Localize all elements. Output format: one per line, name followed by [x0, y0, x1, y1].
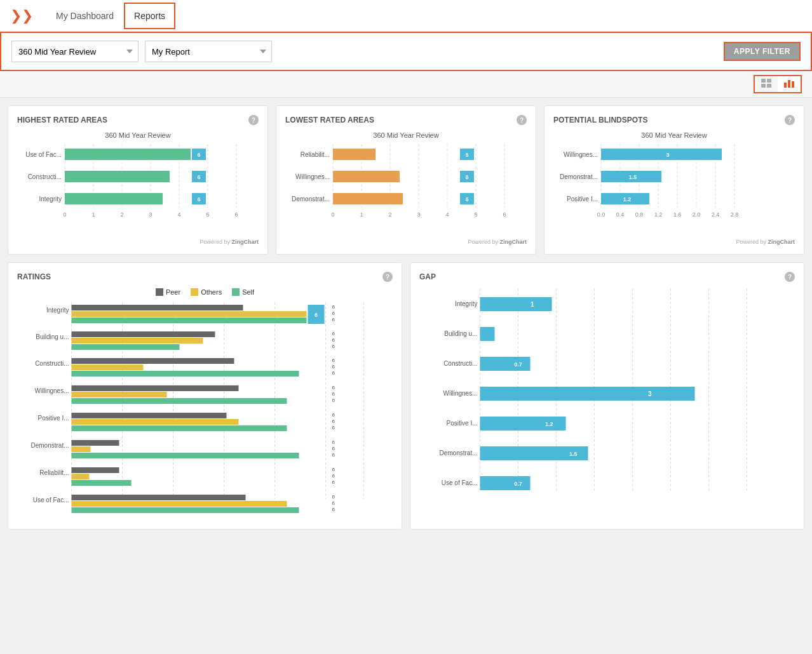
svg-rect-5 [788, 80, 790, 88]
svg-rect-110 [72, 364, 144, 370]
highest-rated-powered-by: Powered by ZingChart [17, 239, 259, 245]
legend-peer: Peer [156, 288, 180, 296]
svg-text:1.2: 1.2 [623, 196, 632, 203]
apply-filter-button[interactable]: APPLY FILTER [724, 42, 801, 61]
gap-svg: Integrity 1 Building u... 0.2 Constructi… [419, 288, 795, 504]
svg-text:6: 6 [332, 467, 335, 472]
svg-text:3: 3 [149, 211, 152, 218]
svg-text:6: 6 [332, 418, 335, 424]
svg-rect-68 [601, 149, 722, 160]
svg-rect-23 [65, 193, 163, 204]
svg-text:6: 6 [332, 337, 335, 343]
svg-text:6: 6 [465, 152, 468, 158]
svg-text:Use of Fac...: Use of Fac... [442, 479, 478, 486]
svg-text:6: 6 [503, 211, 506, 218]
gap-title: GAP ? [419, 272, 795, 282]
svg-text:1.5: 1.5 [629, 174, 637, 180]
svg-text:6: 6 [332, 412, 335, 418]
gap-help[interactable]: ? [785, 272, 795, 282]
nav-item-reports[interactable]: Reports [124, 3, 175, 29]
blindspots-svg: Willingnes... 3 Demonstrat... 1.5 Positi… [553, 144, 795, 220]
svg-text:Demonstrat...: Demonstrat... [439, 450, 477, 457]
logo-icon[interactable]: ❯❯ [10, 8, 33, 24]
svg-rect-19 [65, 171, 170, 182]
svg-rect-118 [72, 398, 287, 404]
lowest-rated-help[interactable]: ? [517, 115, 527, 125]
svg-rect-146 [72, 507, 299, 513]
highest-rated-chart: Use of Fac... 6 Constructi... 6 Integrit… [17, 144, 259, 237]
blindspots-help[interactable]: ? [785, 115, 795, 125]
svg-text:6: 6 [332, 479, 335, 485]
svg-text:6: 6 [332, 439, 335, 445]
svg-text:6: 6 [332, 385, 335, 390]
legend-others: Others [191, 288, 222, 296]
svg-text:2: 2 [388, 211, 391, 218]
svg-text:4: 4 [177, 211, 180, 218]
svg-text:0.0: 0.0 [597, 211, 606, 218]
legend-self: Self [232, 288, 254, 296]
ratings-svg: Integrity 6 6 6 6 6 Building u... 6 6 6 [17, 302, 393, 518]
svg-text:2.4: 2.4 [712, 211, 720, 218]
filter-bar: 360 Mid Year Review My Report APPLY FILT… [0, 32, 812, 71]
svg-text:Building u...: Building u... [444, 330, 477, 337]
peer-legend-color [156, 288, 163, 296]
ratings-help[interactable]: ? [382, 272, 393, 282]
svg-rect-0 [761, 79, 766, 83]
svg-text:Reliabilit...: Reliabilit... [39, 469, 69, 476]
highest-rated-help[interactable]: ? [248, 115, 259, 125]
svg-text:6: 6 [465, 174, 468, 180]
svg-rect-45 [333, 171, 400, 182]
blindspots-title: POTENTIAL BLINDSPOTS ? [553, 115, 795, 125]
highest-rated-title: HIGHEST RATED AREAS ? [17, 115, 259, 125]
blindspots-panel: POTENTIAL BLINDSPOTS ? 360 Mid Year Revi… [544, 105, 804, 255]
svg-text:6: 6 [332, 370, 335, 376]
svg-text:Positive I...: Positive I... [38, 415, 69, 422]
svg-text:0.7: 0.7 [514, 361, 522, 368]
svg-text:0.8: 0.8 [635, 211, 644, 218]
svg-rect-145 [72, 501, 287, 507]
svg-text:Use of Fac...: Use of Fac... [33, 497, 69, 504]
highest-rated-subtitle: 360 Mid Year Review [17, 131, 259, 139]
lowest-rated-chart: Reliabilit... 6 Willingnes... 6 Demonstr… [285, 144, 527, 237]
svg-text:6: 6 [332, 317, 335, 323]
lowest-rated-svg: Reliabilit... 6 Willingnes... 6 Demonstr… [285, 144, 527, 220]
svg-text:3: 3 [666, 152, 669, 158]
table-icon [761, 79, 771, 88]
svg-text:6: 6 [197, 174, 200, 180]
svg-text:Constructi...: Constructi... [35, 360, 69, 367]
nav-item-dashboard[interactable]: My Dashboard [46, 2, 124, 30]
svg-text:4: 4 [445, 211, 449, 218]
svg-text:1.5: 1.5 [569, 451, 578, 457]
chart-view-button[interactable] [778, 76, 801, 92]
svg-rect-137 [72, 467, 119, 473]
svg-rect-41 [333, 149, 376, 160]
svg-text:2.0: 2.0 [693, 211, 701, 218]
svg-text:1.2: 1.2 [654, 211, 663, 218]
ratings-title: RATINGS ? [17, 272, 393, 282]
svg-rect-165 [480, 357, 531, 371]
svg-text:Building u...: Building u... [36, 333, 69, 340]
svg-text:0.2: 0.2 [495, 331, 503, 338]
svg-text:Demonstrat...: Demonstrat... [292, 196, 330, 203]
svg-text:Willingnes...: Willingnes... [295, 173, 330, 180]
svg-text:6: 6 [332, 391, 335, 397]
gap-panel: GAP ? Integrity 1 Building u... [410, 262, 804, 530]
svg-rect-117 [72, 392, 167, 397]
review-select[interactable]: 360 Mid Year Review [11, 41, 139, 62]
svg-text:5: 5 [206, 211, 209, 218]
table-view-button[interactable] [755, 76, 778, 92]
report-select[interactable]: My Report [145, 41, 272, 62]
svg-text:6: 6 [332, 397, 335, 403]
svg-rect-1 [767, 79, 771, 83]
view-toggle [754, 75, 802, 93]
svg-rect-130 [72, 440, 119, 446]
svg-text:Integrity: Integrity [39, 196, 62, 203]
svg-rect-111 [72, 371, 299, 377]
svg-rect-93 [72, 311, 307, 317]
lowest-rated-subtitle: 360 Mid Year Review [285, 131, 527, 139]
svg-text:Positive I...: Positive I... [447, 420, 478, 427]
svg-text:6: 6 [332, 331, 335, 337]
main-content: HIGHEST RATED AREAS ? 360 Mid Year Revie… [0, 98, 812, 537]
ratings-legend: Peer Others Self [17, 288, 393, 296]
svg-text:6: 6 [332, 507, 335, 512]
